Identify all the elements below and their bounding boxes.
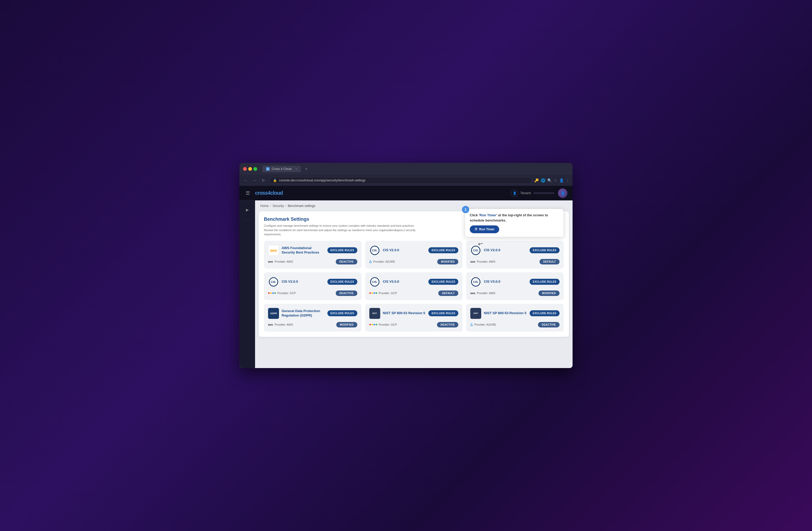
card-logo-title-6: CIS. CIS V3.0.0 [470, 276, 500, 287]
provider-info-6: aws Provider: AWS [470, 291, 495, 295]
cis-logo: CIS. [268, 276, 279, 287]
card-top-6: CIS. CIS V3.0.0 EXCLUDE RULES [470, 276, 560, 287]
menu-icon[interactable]: ⋮ [566, 178, 569, 183]
card-logo-title-1: aws AWS Foundational Security Best Pract… [268, 245, 325, 256]
nav-left: ☰ cross4cloud [245, 189, 283, 197]
translate-icon[interactable]: 🌐 [541, 178, 545, 183]
breadcrumb-security[interactable]: Security [273, 204, 284, 208]
card-logo-title-2: CIS. CIS V2.0.0 [369, 245, 399, 256]
tenant-value-field [534, 192, 554, 194]
card-logo-title-3: CIS. CIS V2.0.0 [470, 245, 500, 256]
main-layout: ▶ Home / Security / Benchmark settings [240, 200, 572, 368]
card-top-5: CIS. CIS V3.0.0 EXCLUDE RULES [369, 276, 459, 287]
exclude-rules-button-6[interactable]: EXCLUDE RULES [530, 279, 560, 285]
benchmark-card-2: CIS. CIS V2.0.0 EXCLUDE RULES Δ Provider… [365, 241, 463, 269]
content-area: Home / Security / Benchmark settings Ben… [255, 200, 572, 368]
lock-icon: 🔒 [273, 178, 277, 182]
provider-label-6: Provider: AWS [477, 291, 495, 295]
exclude-rules-button-5[interactable]: EXCLUDE RULES [429, 279, 458, 285]
card-bottom-9: Δ Provider: AZURE DEACTIVE [470, 322, 560, 328]
profile-icon[interactable]: 👤 [559, 178, 564, 183]
exclude-rules-button-3[interactable]: EXCLUDE RULES [530, 247, 560, 253]
tooltip-bubble: 1 Click 'Run Timer' at the top-right of … [465, 209, 564, 237]
aws-logo: aws [268, 245, 279, 256]
card-title-2: CIS V2.0.0 [383, 248, 399, 253]
card-title-8: NIST SP 800-53 Revision 5 [383, 311, 425, 315]
aws-provider-icon: aws [268, 260, 273, 263]
card-title-5: CIS V3.0.0 [383, 279, 399, 284]
provider-label-9: Provider: AZURE [475, 323, 496, 326]
maximize-window-button[interactable] [253, 167, 257, 171]
tenant-label: Tenant: [520, 191, 532, 195]
tab-title: Cross 4 Cloud [272, 167, 291, 171]
status-badge-2: MODIFIED [437, 259, 458, 264]
gcp-provider-icon [369, 324, 377, 325]
card-bottom-1: aws Provider: AWS DEACTIVE [268, 259, 357, 264]
card-bottom-8: Provider: GCP DEACTIVE [369, 322, 459, 328]
provider-info-3: aws Provider: AWS [470, 260, 495, 263]
status-badge-1: DEACTIVE [336, 259, 357, 264]
breadcrumb-sep-2: / [286, 204, 286, 208]
tooltip-run-timer-button[interactable]: ⏱ Run Timer [470, 226, 499, 233]
refresh-button[interactable]: ↻ [260, 177, 266, 184]
back-button[interactable]: ← [243, 177, 249, 184]
exclude-rules-button-9[interactable]: EXCLUDE RULES [530, 310, 560, 316]
exclude-rules-button-8[interactable]: EXCLUDE RULES [429, 310, 458, 316]
new-tab-button[interactable]: + [305, 167, 307, 171]
minimize-window-button[interactable] [248, 167, 252, 171]
tenant-icon: 👤 [511, 189, 518, 197]
browser-window: 4 Cross 4 Cloud × + ← → ↻ 🔒 console.dev.… [240, 163, 572, 368]
url-text: console.dev.cross4cloud.com/app/security… [279, 178, 366, 182]
tab-close-button[interactable]: × [296, 167, 297, 171]
forward-button[interactable]: → [251, 177, 258, 184]
gcp-provider-icon [369, 292, 377, 294]
card-bottom-5: Provider: GCP DEFAULT [369, 290, 459, 296]
logo-text: cross4cloud [255, 190, 283, 196]
nist-logo: NIST [470, 308, 481, 319]
status-badge-6: MODIFIED [538, 290, 560, 296]
card-top-4: CIS. CIS V2.0.0 EXCLUDE RULES [268, 276, 357, 287]
exclude-rules-button-7[interactable]: EXCLUDE RULES [328, 310, 357, 316]
browser-tab[interactable]: 4 Cross 4 Cloud × [262, 166, 301, 172]
breadcrumb-home[interactable]: Home [260, 204, 269, 208]
tooltip-highlight: Run Timer [480, 213, 496, 217]
sidebar-toggle-button[interactable]: ▶ [243, 206, 251, 214]
card-title-9: NIST SP 800-53 Revision 5 [484, 311, 526, 315]
exclude-rules-button-2[interactable]: EXCLUDE RULES [429, 247, 458, 253]
status-badge-3: DEFAULT [539, 259, 560, 264]
hamburger-menu-button[interactable]: ☰ [245, 189, 251, 197]
benchmark-cards-grid: aws AWS Foundational Security Best Pract… [264, 241, 564, 332]
close-window-button[interactable] [243, 167, 247, 171]
card-top-7: GDPR General Data Protection Regulation … [268, 308, 357, 319]
card-title-1: AWS Foundational Security Best Practices [281, 246, 325, 255]
user-avatar[interactable]: 👤 [558, 188, 567, 198]
card-logo-title-4: CIS. CIS V2.0.0 [268, 276, 298, 287]
password-icon[interactable]: 🔑 [534, 178, 539, 183]
card-title-6: CIS V3.0.0 [484, 279, 500, 284]
provider-label-4: Provider: GCP [277, 291, 296, 295]
app-logo: cross4cloud [255, 190, 283, 196]
card-logo-title-7: GDPR General Data Protection Regulation … [268, 308, 325, 319]
zoom-icon[interactable]: 🔍 [547, 178, 552, 183]
tenant-section: 👤 Tenant: [511, 189, 554, 197]
app-container: ☰ cross4cloud 👤 Tenant: 👤 ▶ [240, 186, 572, 368]
browser-titlebar: 4 Cross 4 Cloud × + [240, 163, 572, 175]
cis-logo: CIS. [470, 276, 481, 287]
card-logo-title-5: CIS. CIS V3.0.0 [369, 276, 399, 287]
provider-label-7: Provider: AWS [275, 323, 293, 326]
azure-provider-icon: Δ [369, 259, 372, 264]
bookmark-icon[interactable]: ☆ [554, 178, 557, 183]
sidebar-divider [243, 219, 251, 219]
benchmark-description: Configure and manage benchmark settings … [264, 224, 420, 236]
exclude-rules-button-1[interactable]: EXCLUDE RULES [328, 247, 357, 253]
benchmark-card-5: CIS. CIS V3.0.0 EXCLUDE RULES Provider: … [365, 272, 463, 300]
provider-label-8: Provider: GCP [379, 323, 397, 326]
status-badge-8: DEACTIVE [437, 322, 459, 328]
address-bar[interactable]: 🔒 console.dev.cross4cloud.com/app/securi… [269, 177, 532, 184]
status-badge-7: MODIFIED [336, 322, 357, 328]
card-top-3: CIS. CIS V2.0.0 EXCLUDE RULES [470, 245, 560, 256]
exclude-rules-button-4[interactable]: EXCLUDE RULES [328, 279, 357, 285]
tooltip-message: Click 'Run Timer' at the top-right of th… [470, 213, 559, 223]
card-top-2: CIS. CIS V2.0.0 EXCLUDE RULES [369, 245, 459, 256]
card-top-9: NIST NIST SP 800-53 Revision 5 EXCLUDE R… [470, 308, 560, 319]
